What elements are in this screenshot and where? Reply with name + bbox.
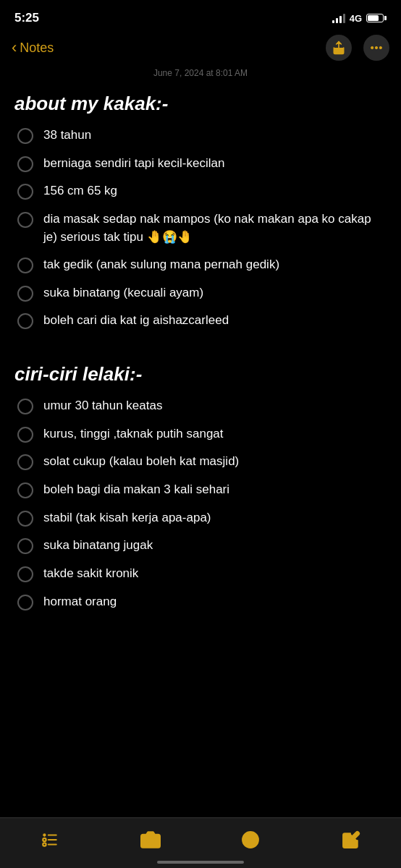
- list-item: solat cukup (kalau boleh kat masjid): [14, 453, 387, 471]
- item-text: boleh bagi dia makan 3 kali sehari: [43, 481, 387, 499]
- list-item: berniaga sendiri tapi kecil-kecilan: [14, 155, 387, 173]
- list-item: umur 30 tahun keatas: [14, 397, 387, 415]
- item-text: dia masak sedap nak mampos (ko nak makan…: [43, 210, 387, 246]
- back-button[interactable]: ‹ Notes: [12, 38, 54, 57]
- back-label: Notes: [20, 41, 54, 56]
- home-indicator: [157, 861, 244, 864]
- more-button[interactable]: [363, 35, 389, 61]
- nav-right-actions: [326, 35, 389, 61]
- svg-point-4: [43, 833, 46, 836]
- status-time: 5:25: [14, 11, 39, 25]
- checkbox[interactable]: [17, 128, 33, 144]
- svg-point-10: [147, 837, 153, 843]
- checkbox[interactable]: [17, 184, 33, 200]
- status-icons: 4G: [332, 13, 387, 24]
- list-item: stabil (tak kisah kerja apa-apa): [14, 509, 387, 527]
- item-text: stabil (tak kisah kerja apa-apa): [43, 509, 387, 527]
- checkbox[interactable]: [17, 286, 33, 302]
- section2-title: ciri-ciri lelaki:-: [14, 363, 387, 386]
- checkbox[interactable]: [17, 258, 33, 273]
- item-text: solat cukup (kalau boleh kat masjid): [43, 453, 387, 471]
- signal-icon: [332, 13, 345, 23]
- checkbox[interactable]: [17, 427, 33, 443]
- item-text: boleh cari dia kat ig aishazcarleed: [43, 312, 387, 330]
- checkbox[interactable]: [17, 313, 33, 329]
- item-text: umur 30 tahun keatas: [43, 397, 387, 415]
- item-text: 156 cm 65 kg: [43, 182, 387, 200]
- list-item: suka binatang jugak: [14, 537, 387, 555]
- status-bar: 5:25 4G: [0, 0, 401, 32]
- item-text: berniaga sendiri tapi kecil-kecilan: [43, 155, 387, 173]
- item-text: suka binatang (kecuali ayam): [43, 284, 387, 302]
- checkbox[interactable]: [17, 156, 33, 172]
- camera-button[interactable]: [132, 824, 169, 856]
- list-item: 38 tahun: [14, 127, 387, 145]
- svg-point-8: [43, 843, 46, 846]
- list-item: kurus, tinggi ,taknak putih sangat: [14, 425, 387, 443]
- markup-button[interactable]: [232, 824, 269, 856]
- list-item: boleh cari dia kat ig aishazcarleed: [14, 312, 387, 330]
- nav-bar: ‹ Notes: [0, 32, 401, 67]
- svg-point-1: [371, 46, 373, 48]
- item-text: tak gedik (anak sulung mana pernah gedik…: [43, 256, 387, 274]
- list-item: boleh bagi dia makan 3 kali sehari: [14, 481, 387, 499]
- checkbox[interactable]: [17, 538, 33, 554]
- note-content: about my kakak:- 38 tahun berniaga sendi…: [0, 93, 401, 693]
- edit-button[interactable]: [333, 824, 369, 856]
- checkbox[interactable]: [17, 482, 33, 498]
- checkbox[interactable]: [17, 454, 33, 470]
- svg-point-6: [43, 838, 46, 841]
- item-text: takde sakit kronik: [43, 565, 387, 583]
- item-text: hormat orang: [43, 593, 387, 611]
- checkbox[interactable]: [17, 595, 33, 610]
- item-text: 38 tahun: [43, 127, 387, 145]
- svg-point-2: [375, 46, 377, 48]
- item-text: suka binatang jugak: [43, 537, 387, 555]
- list-item: suka binatang (kecuali ayam): [14, 284, 387, 302]
- note-date: June 7, 2024 at 8:01 AM: [0, 67, 401, 87]
- list-item: tak gedik (anak sulung mana pernah gedik…: [14, 256, 387, 274]
- section1-title: about my kakak:-: [14, 93, 387, 115]
- share-button[interactable]: [326, 35, 352, 61]
- list-item: hormat orang: [14, 593, 387, 611]
- network-label: 4G: [350, 13, 362, 24]
- list-item: 156 cm 65 kg: [14, 182, 387, 200]
- chevron-left-icon: ‹: [12, 38, 17, 57]
- checkbox[interactable]: [17, 511, 33, 527]
- checkbox[interactable]: [17, 566, 33, 582]
- checklist-button[interactable]: [32, 824, 68, 856]
- svg-point-3: [379, 46, 381, 48]
- item-text: kurus, tinggi ,taknak putih sangat: [43, 425, 387, 443]
- list-item: takde sakit kronik: [14, 565, 387, 583]
- checkbox[interactable]: [17, 399, 33, 414]
- battery-icon: [366, 14, 387, 22]
- list-item: dia masak sedap nak mampos (ko nak makan…: [14, 210, 387, 246]
- checkbox[interactable]: [17, 212, 33, 228]
